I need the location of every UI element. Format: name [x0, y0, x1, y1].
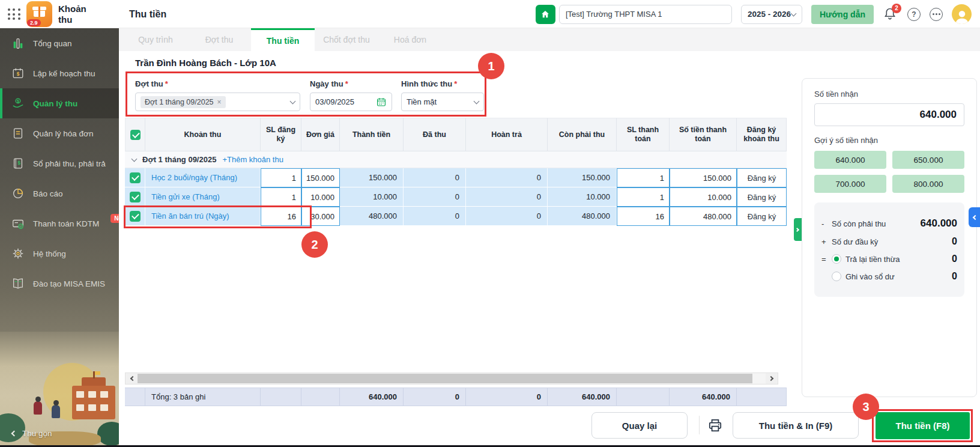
row-checkbox[interactable] [130, 211, 141, 222]
fee-name-link[interactable]: Tiền ăn bán trú (Ngày) [145, 207, 261, 226]
chevron-down-icon [474, 98, 480, 104]
suggestion-chip[interactable]: 700.000 [814, 175, 886, 193]
notification-count-badge: 2 [892, 4, 901, 13]
remaining-cell: 150.000 [548, 168, 617, 187]
price-input[interactable]: 10.000 [301, 187, 340, 207]
batch-select[interactable]: Đợt 1 tháng 09/2025 × [135, 93, 300, 111]
help-button[interactable]: ? [907, 8, 921, 21]
scroll-left-arrow[interactable] [126, 373, 138, 384]
chevron-left-icon [11, 430, 17, 436]
payment-panel: Số tiền nhận 640.000 Gợi ý số tiền nhận … [802, 78, 977, 397]
year-selector[interactable]: 2025 - 2026 [741, 5, 802, 24]
collapse-label: Thu gọn [22, 429, 52, 438]
table-group-row: Đợt 1 tháng 09/2025 +Thêm khoản thu [125, 151, 787, 168]
more-button[interactable] [930, 8, 943, 21]
pay-amount-input[interactable]: 480.000 [670, 207, 737, 226]
register-button[interactable]: Đăng ký [737, 207, 787, 226]
school-selector[interactable]: [Test] Trường THPT MISA 1 [559, 5, 732, 24]
sidebar-item-receivables[interactable]: $ Sổ phải thu, phải trả [0, 148, 119, 178]
suggestion-chip[interactable]: 800.000 [892, 175, 964, 193]
suggestion-chip[interactable]: 640.000 [814, 151, 886, 169]
chevron-down-icon[interactable] [132, 156, 138, 162]
register-button[interactable]: Đăng ký [737, 168, 787, 187]
method-select[interactable]: Tiền mặt [401, 93, 484, 111]
scrollbar-thumb[interactable] [138, 374, 752, 383]
sidebar-item-training[interactable]: Đào tạo MISA EMIS [0, 269, 119, 299]
sidebar-nav: Tổng quan $ Lập kế hoạch thu $ Quản lý t… [0, 28, 119, 447]
row-checkbox[interactable] [130, 172, 141, 183]
pay-qty-input[interactable]: 1 [617, 168, 670, 187]
totals-remaining: 640.000 [548, 388, 617, 406]
tab-chot-dot-thu[interactable]: Chốt đợt thu [315, 28, 378, 51]
collect-and-print-button[interactable]: Thu tiền & In (F9) [733, 412, 859, 439]
student-title: Trần Đình Hoàng Bách - Lớp 10A [135, 58, 276, 68]
panel-expand-toggle[interactable] [794, 218, 802, 241]
received-amount-input[interactable]: 640.000 [814, 103, 964, 126]
pay-qty-input[interactable]: 1 [617, 187, 670, 207]
register-button[interactable]: Đăng ký [737, 187, 787, 207]
batch-label: Đợt thu* [135, 79, 300, 88]
sidebar-item-manage-collection[interactable]: $ Quản lý thu [0, 88, 119, 118]
invoice-icon [11, 126, 25, 141]
person-icon [953, 8, 971, 24]
payment-summary: - Số còn phải thu 640.000 + Số dư đầu kỳ… [814, 202, 964, 297]
guide-button[interactable]: Hướng dẫn [811, 5, 874, 24]
sidebar-item-label: Tổng quan [33, 39, 72, 48]
date-input[interactable]: 03/09/2025 [310, 93, 392, 111]
sidebar-item-overview[interactable]: Tổng quan [0, 28, 119, 58]
sidebar-item-label: Quản lý hóa đơn [33, 129, 93, 138]
add-fee-link[interactable]: +Thêm khoản thu [222, 155, 283, 164]
card-check-icon [11, 216, 25, 231]
tab-dot-thu[interactable]: Đợt thu [187, 28, 251, 51]
app-logo[interactable]: 2.9 [26, 1, 52, 27]
totals-paid: 0 [404, 388, 466, 406]
chevron-left-icon [972, 214, 977, 219]
select-all-checkbox[interactable] [130, 130, 141, 140]
sidebar-item-system[interactable]: Hệ thống [0, 239, 119, 269]
app-grid-icon[interactable] [8, 8, 21, 20]
table-row: Tiền gửi xe (Tháng) 1 10.000 10.000 0 0 … [125, 187, 787, 207]
qty-input[interactable]: 1 [261, 187, 301, 207]
scroll-right-arrow[interactable] [766, 373, 778, 384]
horizontal-scrollbar[interactable] [125, 372, 778, 385]
row-checkbox[interactable] [130, 192, 141, 202]
pay-qty-input[interactable]: 16 [617, 207, 670, 226]
table-row: Học 2 buổi/ngày (Tháng) 1 150.000 150.00… [125, 168, 787, 187]
totals-amount: 640.000 [340, 388, 404, 406]
notifications-button[interactable]: 2 [883, 7, 898, 22]
open-book-icon [11, 276, 25, 291]
sidebar-item-reports[interactable]: Báo cáo [0, 178, 119, 208]
side-collapse-toggle[interactable] [969, 207, 980, 227]
collect-button[interactable]: Thu tiền (F8) [876, 412, 970, 439]
tab-bar: Quy trình Đợt thu Thu tiền Chốt đợt thu … [119, 28, 980, 51]
paid-cell: 0 [404, 168, 466, 187]
remove-tag-icon[interactable]: × [217, 98, 222, 106]
suggestion-chip[interactable]: 650.000 [892, 151, 964, 169]
sidebar-collapse-button[interactable]: Thu gọn [0, 423, 119, 443]
user-avatar[interactable] [952, 4, 972, 24]
fee-name-link[interactable]: Tiền gửi xe (Tháng) [145, 187, 261, 207]
sidebar-item-plan[interactable]: $ Lập kế hoạch thu [0, 58, 119, 88]
tab-quy-trinh[interactable]: Quy trình [124, 28, 187, 51]
fee-name-link[interactable]: Học 2 buổi/ngày (Tháng) [145, 168, 261, 187]
save-balance-radio[interactable] [832, 272, 841, 281]
chevron-down-icon [790, 10, 796, 16]
price-input[interactable]: 30.000 [301, 207, 340, 226]
qty-input[interactable]: 1 [261, 168, 301, 187]
pay-amount-input[interactable]: 150.000 [670, 168, 737, 187]
home-icon[interactable] [536, 5, 555, 24]
calendar-icon[interactable] [376, 97, 387, 108]
amount-cell: 480.000 [340, 207, 404, 226]
sidebar-item-invoices[interactable]: Quản lý hóa đơn [0, 118, 119, 148]
print-button[interactable] [704, 414, 727, 437]
refund-change-radio[interactable] [832, 254, 841, 264]
qty-input[interactable]: 16 [261, 207, 301, 226]
price-input[interactable]: 150.000 [301, 168, 340, 187]
question-icon: ? [912, 10, 916, 19]
tab-hoa-don[interactable]: Hoá đơn [378, 28, 442, 51]
operator: - [821, 219, 827, 228]
pay-amount-input[interactable]: 10.000 [670, 187, 737, 207]
back-button[interactable]: Quay lại [591, 412, 688, 439]
sidebar-item-cashless-payment[interactable]: Thanh toán KDTM New [0, 208, 119, 239]
tab-thu-tien[interactable]: Thu tiền [251, 28, 315, 51]
